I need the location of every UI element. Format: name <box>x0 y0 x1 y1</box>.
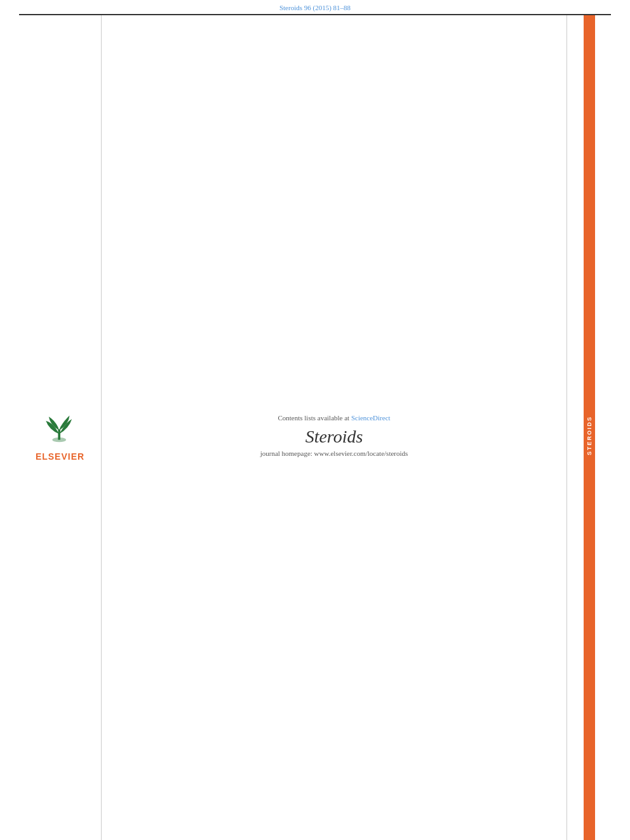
elsevier-tree-box <box>32 410 88 449</box>
elsevier-wordmark: ELSEVIER <box>36 451 84 462</box>
journal-center: Contents lists available at ScienceDirec… <box>102 15 566 840</box>
contents-text: Contents lists available at <box>278 414 349 422</box>
journal-name: Steroids <box>305 427 363 447</box>
page: Steroids 96 (2015) 81–88 <box>0 0 630 840</box>
homepage-line: journal homepage: www.elsevier.com/locat… <box>260 450 408 457</box>
journal-right-logo: STEROIDS <box>566 15 611 840</box>
journal-header: ELSEVIER Contents lists available at Sci… <box>19 14 611 840</box>
doi-bar: Steroids 96 (2015) 81–88 <box>0 0 630 14</box>
steroids-badge: STEROIDS <box>584 15 595 840</box>
doi-text: Steroids 96 (2015) 81–88 <box>279 4 351 11</box>
contents-line: Contents lists available at ScienceDirec… <box>278 414 390 422</box>
sciencedirect-link[interactable]: ScienceDirect <box>351 414 391 422</box>
elsevier-tree-icon <box>35 412 86 444</box>
svg-point-1 <box>52 437 66 442</box>
elsevier-logo-section: ELSEVIER <box>19 15 102 840</box>
